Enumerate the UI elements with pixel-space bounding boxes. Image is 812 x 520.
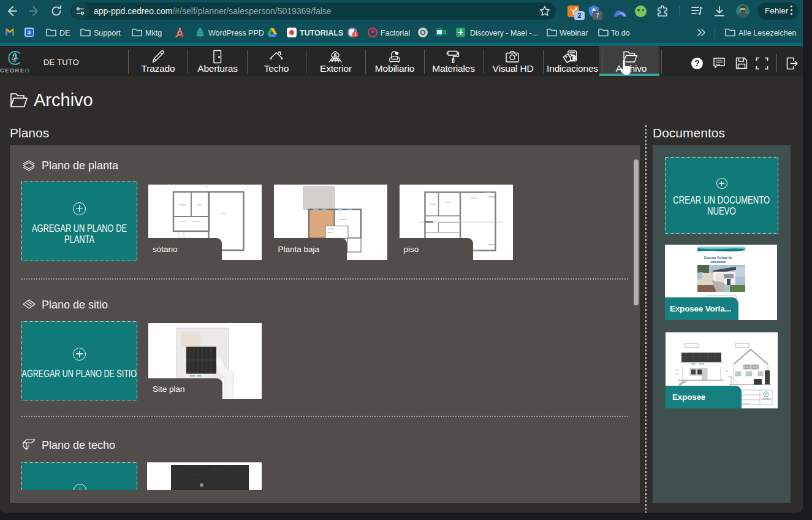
svg-text:CEDREO: CEDREO bbox=[761, 398, 771, 400]
svg-text:Immobilien: Immobilien bbox=[710, 261, 726, 264]
svg-text:Exposee Vorlage für: Exposee Vorlage für bbox=[704, 256, 732, 259]
svg-text:st sarsjs: st sarsjs bbox=[742, 402, 750, 405]
